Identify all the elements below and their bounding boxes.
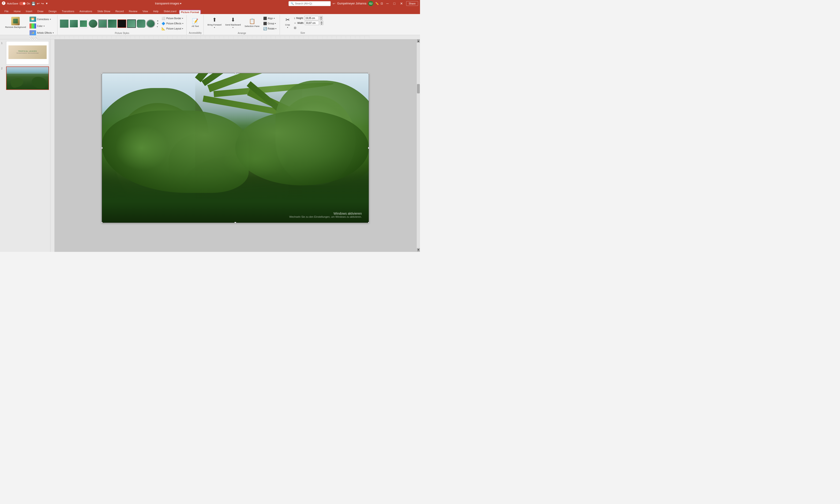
slide-1-subtitle: TRANSPARENT BACKGROUND <box>16 52 39 54</box>
picture-style-9[interactable] <box>137 19 145 28</box>
handle-br[interactable] <box>368 222 369 223</box>
tab-animations[interactable]: Animations <box>77 8 95 14</box>
effects-button[interactable]: ✨ Artistic Effects ▾ <box>28 30 55 36</box>
picture-style-2[interactable] <box>69 19 78 28</box>
rotate-button[interactable]: 🔃 Rotate ▾ <box>262 26 277 31</box>
autosave-state: On <box>27 2 30 5</box>
close-button[interactable]: ✕ <box>399 1 404 6</box>
corrections-dropdown-icon: ▾ <box>50 18 51 20</box>
handle-bm[interactable] <box>234 222 236 223</box>
scroll-more-button[interactable]: ▾ <box>156 25 160 28</box>
selection-pane-button[interactable]: 📋 Selection Pane <box>243 16 261 30</box>
tab-slide-show[interactable]: Slide Show <box>95 8 113 14</box>
remove-background-button[interactable]: Remove Background <box>4 16 28 30</box>
width-up-button[interactable]: ▲ <box>320 21 323 23</box>
slide-image-2[interactable] <box>6 67 49 90</box>
height-spinner[interactable]: ▲ ▼ <box>320 16 323 20</box>
tab-draw[interactable]: Draw <box>35 8 46 14</box>
handle-bl[interactable] <box>102 222 103 223</box>
app-body: 1 TROPICAL LEAVES TRANSPARENT BACKGROUND… <box>0 39 420 252</box>
alt-text-button[interactable]: 📝 Alt Text <box>190 16 200 30</box>
height-up-button[interactable]: ▲ <box>320 16 323 18</box>
tab-home[interactable]: Home <box>11 8 23 14</box>
picture-style-1[interactable] <box>60 19 69 28</box>
alt-text-icon: 📝 <box>192 18 198 24</box>
slide-num-1: 1 <box>1 41 5 44</box>
crop-dropdown-icon: ▾ <box>287 26 288 29</box>
width-spinner[interactable]: ▲ ▼ <box>320 21 323 25</box>
bring-forward-dropdown-icon: ▾ <box>214 26 215 29</box>
share-button[interactable]: Share <box>406 1 418 6</box>
slide-thumb-1[interactable]: 1 TROPICAL LEAVES TRANSPARENT BACKGROUND <box>1 41 49 65</box>
accessibility-group: 📝 Alt Text Accessibility <box>187 15 204 35</box>
tab-picture-format[interactable]: Picture Format <box>179 10 201 14</box>
rotate-icon: 🔃 <box>263 27 267 31</box>
send-backward-button[interactable]: ⬇ Send Backward ▾ <box>224 16 242 30</box>
send-backward-label: Send Backward <box>225 23 241 26</box>
arrange-content: ⬆ Bring Forward ▾ ⬇ Send Backward ▾ 📋 Se… <box>206 15 278 31</box>
rotate-dropdown-icon: ▾ <box>275 28 276 30</box>
tab-design[interactable]: Design <box>46 8 59 14</box>
height-down-button[interactable]: ▼ <box>320 18 323 20</box>
undo-icon[interactable]: ↩ <box>37 2 40 5</box>
tab-view[interactable]: View <box>140 8 151 14</box>
picture-border-button[interactable]: ⬜ Picture Border ▾ <box>160 16 184 21</box>
handle-tl[interactable] <box>102 73 103 74</box>
picture-effects-button[interactable]: 🔷 Picture Effects ▾ <box>160 21 184 26</box>
corrections-button[interactable]: 🌅 Corrections ▾ <box>28 16 55 22</box>
slide-image-1[interactable]: TROPICAL LEAVES TRANSPARENT BACKGROUND <box>6 41 49 65</box>
minimize-button[interactable]: ─ <box>385 1 390 6</box>
picture-style-5[interactable] <box>98 19 107 28</box>
tab-help[interactable]: Help <box>151 8 161 14</box>
tab-slidelizard[interactable]: SlideLizard <box>161 8 179 14</box>
restore-icon[interactable]: ⊡ <box>381 2 383 5</box>
search-bar[interactable]: 🔍 <box>289 1 331 6</box>
picture-style-7[interactable] <box>117 19 126 28</box>
title-bar-left: 🅟 AutoSave On 💾 ↩ ↪ ▼ <box>2 1 48 6</box>
picture-style-8[interactable] <box>127 19 136 28</box>
tab-transitions[interactable]: Transitions <box>59 8 77 14</box>
tab-record[interactable]: Record <box>113 8 126 14</box>
handle-tr[interactable] <box>368 73 369 74</box>
maximize-button[interactable]: □ <box>392 1 397 6</box>
autosave-toggle[interactable]: AutoSave On <box>7 2 30 5</box>
handle-ml[interactable] <box>102 147 103 149</box>
picture-style-4[interactable] <box>89 19 98 28</box>
user-avatar[interactable]: GJ <box>368 1 373 6</box>
scrollbar-vertical[interactable]: ▲ ▼ <box>417 39 420 251</box>
tab-file[interactable]: File <box>2 8 11 14</box>
tab-insert[interactable]: Insert <box>23 8 35 14</box>
align-button[interactable]: ⬛ Align ▾ <box>262 16 277 21</box>
slide-canvas[interactable]: Windows aktivieren Wechseln Sie zu den E… <box>102 73 369 223</box>
picture-layout-button[interactable]: 📐 Picture Layout ▾ <box>160 26 184 31</box>
customize-icon[interactable]: ▼ <box>45 2 48 5</box>
width-down-button[interactable]: ▼ <box>320 23 323 25</box>
undo-icon-2[interactable]: ↩ <box>332 2 336 5</box>
picture-effects-label: Picture Effects <box>166 22 181 25</box>
pen-icon[interactable]: ✏️ <box>375 2 379 5</box>
search-input[interactable] <box>295 2 329 5</box>
scroll-down-btn[interactable]: ▼ <box>417 248 420 251</box>
width-input[interactable] <box>305 21 319 25</box>
handle-mr[interactable] <box>368 147 369 149</box>
height-input[interactable] <box>305 16 319 20</box>
scroll-thumb[interactable] <box>417 84 420 93</box>
scroll-down-button[interactable]: ▼ <box>156 22 160 25</box>
picture-style-3[interactable] <box>79 19 88 28</box>
redo-icon[interactable]: ↪ <box>41 2 44 5</box>
scroll-up-button[interactable]: ▲ <box>156 19 160 22</box>
tab-review[interactable]: Review <box>126 8 140 14</box>
expand-icon[interactable]: ⊡ <box>294 26 296 30</box>
save-icon[interactable]: 💾 <box>31 2 35 5</box>
scroll-up-btn[interactable]: ▲ <box>417 39 420 42</box>
slide-thumb-2[interactable]: 2 <box>1 67 49 90</box>
picture-style-10[interactable] <box>146 19 155 28</box>
picture-style-6[interactable] <box>108 19 117 28</box>
group-button[interactable]: ⬛ Group ▾ <box>262 21 277 26</box>
handle-tm[interactable] <box>234 73 236 74</box>
color-button[interactable]: Color ▾ <box>28 23 55 29</box>
crop-button[interactable]: ✂ Crop ▾ <box>282 16 293 30</box>
autosave-switch[interactable] <box>19 2 26 5</box>
bring-forward-button[interactable]: ⬆ Bring Forward ▾ <box>206 16 223 30</box>
canvas-area: Windows aktivieren Wechseln Sie zu den E… <box>50 39 420 252</box>
